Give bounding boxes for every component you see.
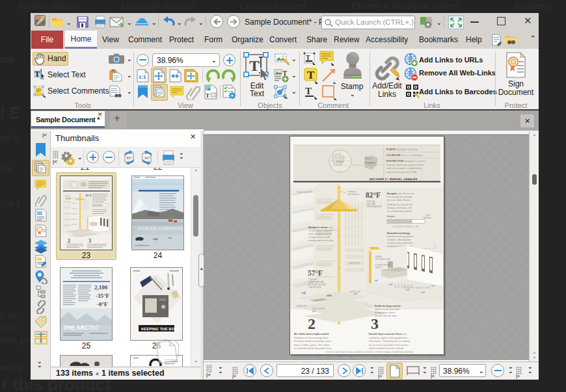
svg-text:T: T xyxy=(34,70,40,79)
svg-text:AFRICA: AFRICA xyxy=(336,161,343,163)
svg-text:THE ARCTIC: THE ARCTIC xyxy=(63,324,99,331)
svg-text:90°: 90° xyxy=(144,156,151,160)
svg-text:OCEAN CAMPAIGN: OCEAN CAMPAIGN xyxy=(137,226,183,231)
svg-text:KEEPING THE BOOKS: KEEPING THE BOOKS xyxy=(141,327,182,331)
svg-text:57°F: 57°F xyxy=(308,269,323,277)
svg-text:Harare: Harare xyxy=(366,157,371,160)
svg-text:SOURCES: MICK PEARCE; DANIEL A: SOURCES: MICK PEARCE; DANIEL A. BARBER, … xyxy=(326,351,413,354)
svg-text:vent warm air: vent warm air xyxy=(347,193,359,196)
svg-text:-35°F: -35°F xyxy=(96,293,110,299)
svg-text:than six similar Harare: than six similar Harare xyxy=(387,199,411,202)
svg-text:roofs, trapping cool air: roofs, trapping cool air xyxy=(308,233,332,235)
svg-text:filtered air in the mornings f: filtered air in the mornings from xyxy=(294,337,328,339)
svg-text:shield sun-facing northern: shield sun-facing northern xyxy=(387,235,414,238)
svg-text:2: 2 xyxy=(68,238,70,244)
svg-text:90°: 90° xyxy=(126,156,133,160)
svg-text:less energy, on average,: less energy, on average, xyxy=(387,196,412,198)
svg-text:control has made it a global b: control has made it a global bench- xyxy=(386,167,424,170)
svg-text:designed to capture: designed to capture xyxy=(375,311,396,314)
svg-text:and is vented out at the ceili: and is vented out at the ceilings. xyxy=(369,347,404,350)
svg-text:DOWNSTAIRS: DOWNSTAIRS xyxy=(375,264,390,267)
svg-text:AIRFLOW: AIRFLOW xyxy=(350,291,360,293)
svg-text:at night and naturally: at night and naturally xyxy=(308,236,330,239)
svg-text:DECODER BY MANUEL CANALES: DECODER BY MANUEL CANALES xyxy=(370,178,418,181)
svg-text:T: T xyxy=(307,69,315,81)
svg-text:in while at the same time: in while at the same time xyxy=(387,242,413,244)
svg-text:ZIMBABWE: ZIMBABWE xyxy=(364,162,375,164)
svg-text:buildings that rely on full: buildings that rely on full xyxy=(387,203,412,206)
svg-text:AIRFLOW: AIRFLOW xyxy=(297,305,306,307)
svg-text:T: T xyxy=(283,70,288,77)
svg-text:venting warm air by day: venting warm air by day xyxy=(308,239,333,242)
svg-text:WARM: WARM xyxy=(375,255,382,258)
svg-text:Air shafts direct night-cooled: Air shafts direct night-cooled, xyxy=(294,333,329,335)
svg-text:UPSTAIRS AIR: UPSTAIRS AIR xyxy=(375,258,391,261)
svg-text:Eastgate's atrium rises: Eastgate's atrium rises xyxy=(308,226,334,229)
svg-text:floors of office space. The ai: floors of office space. The airflow xyxy=(294,344,330,346)
svg-text:3: 3 xyxy=(88,238,91,244)
svg-text:VENTILATION: VENTILATION xyxy=(297,191,313,194)
svg-text:T: T xyxy=(206,92,209,99)
svg-text:1:1: 1:1 xyxy=(139,74,146,80)
svg-text:THE ATRIUM: THE ATRIUM xyxy=(308,286,321,289)
svg-text:Double-layer concrete floors a: Double-layer concrete floors are xyxy=(369,333,407,335)
svg-text:shaft is a concrete shell,: shaft is a concrete shell, xyxy=(375,308,400,311)
svg-text:82°F: 82°F xyxy=(86,194,92,197)
svg-text:cooled by night air flowing be: cooled by night air flowing between xyxy=(369,337,407,339)
svg-text:mark since it opened in 1996: mark since it opened in 1996 xyxy=(386,171,416,174)
svg-text:SUB-FLOOR: SUB-FLOOR xyxy=(312,307,325,310)
svg-text:T: T xyxy=(305,86,312,96)
svg-text:Extended overhangs: Extended overhangs xyxy=(387,232,410,235)
svg-text:82°F: 82°F xyxy=(366,191,381,199)
svg-text:WARM AIR: WARM AIR xyxy=(349,262,360,265)
svg-text:T: T xyxy=(306,54,310,61)
svg-text:VENTS: VENTS xyxy=(375,267,383,269)
svg-text:3: 3 xyxy=(371,315,379,332)
svg-text:is assisted only by low-power: is assisted only by low-power fans. xyxy=(294,347,332,350)
svg-text:2,100: 2,100 xyxy=(94,284,108,291)
svg-text:their layers. They keep the ci: their layers. They keep the circulating xyxy=(369,340,410,343)
svg-text:GENTLE AIRFLOW: GENTLE AIRFLOW xyxy=(403,287,430,289)
svg-text:buildings: buildings xyxy=(424,216,431,219)
svg-text:the lower atrium up through se: the lower atrium up through seven xyxy=(294,340,331,343)
svg-text:DISTINCTION Eastgate's insect-: DISTINCTION Eastgate's insect- xyxy=(386,160,427,163)
svg-text:PLACE Eastgate building: PLACE Eastgate building xyxy=(386,148,418,151)
svg-text:57°F: 57°F xyxy=(66,197,72,200)
svg-text:(370KWH) ENERGY USE: (370KWH) ENERGY USE xyxy=(392,226,419,228)
svg-text:LOCATION Harare, Zimbabwe: LOCATION Harare, Zimbabwe xyxy=(386,154,424,157)
svg-text:Eastgate: Eastgate xyxy=(387,215,395,218)
svg-text:Eastgate uses 35 percent: Eastgate uses 35 percent xyxy=(387,192,414,195)
svg-text:inspired, 90 percent passive c: inspired, 90 percent passive climate xyxy=(386,164,424,166)
svg-text:air-conditioning systems: air-conditioning systems xyxy=(387,210,412,213)
svg-text:T: T xyxy=(249,57,260,74)
svg-text:2: 2 xyxy=(308,315,316,332)
svg-text:72 feet above adjacent: 72 feet above adjacent xyxy=(308,229,332,232)
svg-text:AIR: AIR xyxy=(312,310,316,313)
svg-text:Inside the large oval air: Inside the large oval air xyxy=(375,305,401,307)
svg-text:air as cool as possible until: air as cool as possible until it warms xyxy=(369,344,409,346)
svg-text:heating, ventilation, and: heating, ventilation, and xyxy=(387,207,412,209)
svg-text:windows, allowing light: windows, allowing light xyxy=(387,239,411,241)
svg-text:TEMPERATURE: TEMPERATURE xyxy=(366,205,382,208)
svg-text:-0°F: -0°F xyxy=(97,301,108,307)
